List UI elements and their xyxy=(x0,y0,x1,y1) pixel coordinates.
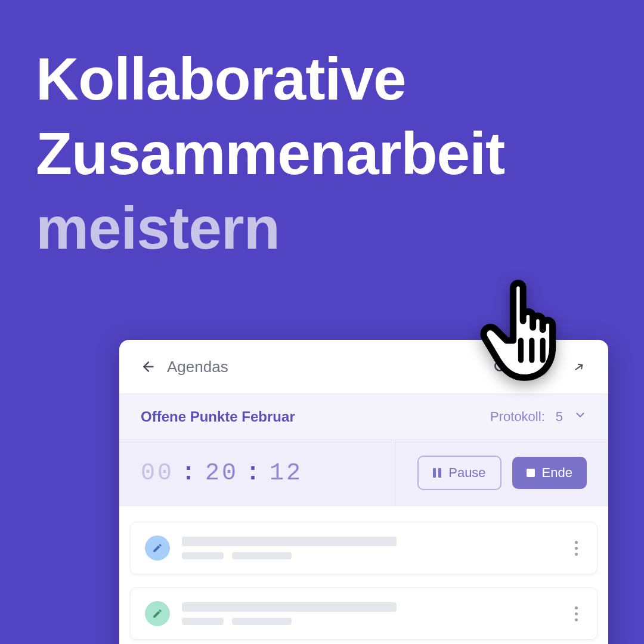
pencil-icon xyxy=(145,535,170,561)
more-vertical-icon[interactable] xyxy=(570,541,583,556)
skeleton-meta xyxy=(232,552,292,559)
protokoll-dropdown[interactable]: Protokoll: 5 xyxy=(490,408,587,425)
timer-row: 00 : 20 : 12 Pause Ende xyxy=(119,440,608,506)
cursor-hand-icon xyxy=(465,268,596,400)
skeleton-title xyxy=(182,602,397,612)
pencil-icon xyxy=(145,601,170,626)
headline-line-1: Kollaborative xyxy=(36,42,608,116)
skeleton-meta xyxy=(182,618,224,625)
end-label: Ende xyxy=(542,465,572,481)
list-item-body xyxy=(182,537,558,559)
timer-hours: 00 xyxy=(141,460,174,487)
breadcrumb[interactable]: Agendas xyxy=(167,358,482,376)
chevron-down-icon xyxy=(574,408,587,425)
headline: Kollaborative Zusammenarbeit meistern xyxy=(0,0,644,265)
timer-minutes: 20 xyxy=(205,460,239,487)
timer-display: 00 : 20 : 12 xyxy=(119,440,395,506)
protokoll-label: Protokoll: xyxy=(490,409,545,425)
more-vertical-icon[interactable] xyxy=(570,606,583,621)
skeleton-meta xyxy=(182,552,224,559)
skeleton-title xyxy=(182,537,397,546)
back-arrow-icon[interactable] xyxy=(141,359,156,374)
timer-actions: Pause Ende xyxy=(395,440,608,506)
list-item[interactable] xyxy=(130,587,597,640)
stop-icon xyxy=(527,469,535,477)
timer-seconds: 12 xyxy=(270,460,303,487)
headline-line-3: meistern xyxy=(36,191,608,265)
pause-button[interactable]: Pause xyxy=(417,456,501,490)
protokoll-count: 5 xyxy=(556,409,563,425)
agenda-list xyxy=(119,506,608,644)
end-button[interactable]: Ende xyxy=(512,457,587,489)
pause-icon xyxy=(433,468,441,478)
pause-label: Pause xyxy=(448,465,485,481)
meeting-title: Offene Punkte Februar xyxy=(141,408,295,425)
list-item[interactable] xyxy=(130,522,597,574)
skeleton-meta xyxy=(232,618,292,625)
list-item-body xyxy=(182,602,558,625)
headline-line-2: Zusammenarbeit xyxy=(36,116,608,191)
subheader: Offene Punkte Februar Protokoll: 5 xyxy=(119,394,608,440)
